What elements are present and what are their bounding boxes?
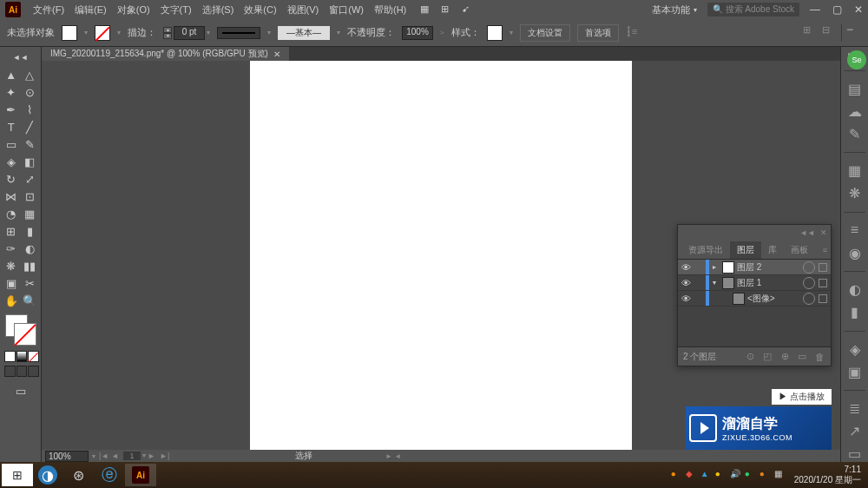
panel-close-icon[interactable]: ✕ [820, 228, 827, 237]
arrange-icon[interactable]: ⊞ [441, 3, 453, 16]
color-panel-icon[interactable]: ◉ [847, 245, 863, 260]
mesh-tool[interactable]: ⊞ [2, 222, 21, 240]
layer-select-indicator[interactable] [819, 263, 827, 272]
artboard-first[interactable]: |◄ [99, 452, 109, 460]
draw-mode-behind[interactable] [16, 366, 28, 377]
maximize-button[interactable]: ▢ [832, 3, 842, 16]
graphic-styles-panel-icon[interactable]: ▣ [847, 364, 863, 379]
artboard-prev[interactable]: ◄ [111, 452, 122, 460]
symbol-sprayer-tool[interactable]: ❋ [2, 257, 21, 274]
layer-select-indicator[interactable] [819, 279, 827, 287]
artboard-last[interactable]: ►| [160, 452, 170, 460]
layer-target-icon[interactable] [803, 261, 815, 274]
doc-setup-button[interactable]: 文档设置 [520, 24, 570, 42]
stroke-color[interactable] [14, 323, 36, 346]
menu-object[interactable]: 对象(O) [112, 3, 155, 16]
libraries-panel-icon[interactable]: ☁ [847, 103, 863, 119]
layer-row[interactable]: 👁 <图像> [678, 291, 831, 307]
tab-asset-export[interactable]: 资源导出 [681, 241, 730, 259]
layer-target-icon[interactable] [803, 277, 815, 289]
preferences-button[interactable]: 首选项 [577, 24, 619, 42]
eyedropper-tool[interactable]: ✑ [2, 240, 21, 257]
rectangle-tool[interactable]: ▭ [2, 135, 21, 153]
menu-window[interactable]: 窗口(W) [324, 3, 369, 16]
minimize-button[interactable]: — [810, 3, 820, 16]
layer-target-icon[interactable] [803, 293, 815, 305]
layer-select-indicator[interactable] [819, 294, 827, 303]
layer-name[interactable]: <图像> [747, 293, 799, 305]
menu-edit[interactable]: 编辑(E) [69, 3, 112, 16]
ctrl-icon-2[interactable]: ⊟ [822, 24, 836, 38]
close-button[interactable]: ✕ [854, 3, 863, 16]
transparency-panel-icon[interactable]: ◐ [847, 282, 863, 298]
style-swatch[interactable] [487, 25, 503, 41]
paintbrush-tool[interactable]: ✎ [21, 135, 40, 153]
layer-expand-icon[interactable]: ▾ [709, 279, 720, 287]
selection-tool[interactable]: ▲ [2, 66, 21, 83]
menu-type[interactable]: 文字(T) [155, 3, 197, 16]
free-transform-tool[interactable]: ⊡ [21, 188, 40, 205]
search-stock-input[interactable]: 🔍 搜索 Adobe Stock [707, 3, 799, 16]
asset-export-panel-icon[interactable]: ↗ [847, 424, 863, 439]
tab-artboards[interactable]: 画板 [784, 241, 815, 259]
taskbar-app-browser[interactable]: ◑ [38, 465, 57, 485]
tray-icon[interactable]: ▲ [700, 469, 713, 481]
artboards-panel-icon[interactable]: ▭ [847, 446, 863, 462]
symbols-panel-icon[interactable]: ❋ [847, 186, 863, 201]
line-tool[interactable]: ╱ [21, 118, 40, 135]
color-swatches[interactable] [2, 314, 39, 349]
brushes-panel-icon[interactable]: ✎ [847, 126, 863, 142]
layer-name[interactable]: 图层 1 [737, 277, 799, 289]
document-tab[interactable]: IMG_20200119_215634.png* @ 100% (RGB/GPU… [42, 47, 289, 61]
color-mode-solid[interactable] [4, 351, 16, 362]
layer-name[interactable]: 图层 2 [737, 261, 799, 274]
draw-mode-normal[interactable] [4, 366, 16, 377]
tray-icon[interactable]: ▦ [774, 469, 786, 481]
opacity-input[interactable]: 100% [402, 26, 433, 40]
width-tool[interactable]: ⋈ [2, 188, 21, 205]
visibility-toggle[interactable]: 👁 [678, 293, 694, 304]
artboard-tool[interactable]: ▣ [2, 274, 21, 292]
properties-panel-icon[interactable]: ▤ [847, 81, 863, 96]
color-mode-none[interactable] [28, 351, 39, 362]
visibility-toggle[interactable]: 👁 [678, 278, 694, 288]
ctrl-icon-1[interactable]: ⊞ [803, 24, 817, 38]
swatches-panel-icon[interactable]: ▦ [847, 163, 863, 179]
graph-tool[interactable]: ▮▮ [21, 257, 40, 274]
tray-clock[interactable]: 7:11 2020/1/20 星期一 [794, 465, 861, 485]
tray-icon[interactable]: ● [760, 469, 772, 481]
menu-help[interactable]: 帮助(H) [369, 3, 411, 16]
shaper-tool[interactable]: ◈ [2, 153, 21, 170]
panel-menu-icon[interactable]: ≡ [823, 246, 827, 254]
tab-layers[interactable]: 图层 [730, 241, 761, 259]
draw-mode-inside[interactable] [28, 366, 39, 377]
shape-builder-tool[interactable]: ◔ [2, 205, 21, 222]
taskbar-app-ie[interactable]: ⓔ [94, 464, 125, 486]
taskbar-app-2[interactable]: ⊛ [62, 464, 94, 486]
appearance-panel-icon[interactable]: ◈ [847, 341, 863, 357]
bridge-icon[interactable]: ▦ [420, 3, 432, 16]
lasso-tool[interactable]: ⊙ [21, 83, 40, 101]
rotate-tool[interactable]: ↻ [2, 170, 21, 188]
gradient-tool[interactable]: ▮ [21, 222, 40, 240]
ctrl-icon-3[interactable]: ━ [847, 24, 861, 38]
brush-dropdown[interactable]: — 基本 — [278, 26, 330, 40]
tray-icon[interactable]: 🔊 [730, 469, 742, 481]
tray-icon[interactable]: ● [671, 469, 683, 481]
menu-file[interactable]: 文件(F) [28, 3, 69, 16]
menu-effect[interactable]: 效果(C) [239, 3, 281, 16]
menu-select[interactable]: 选择(S) [197, 3, 240, 16]
fill-swatch[interactable] [62, 25, 77, 41]
magic-wand-tool[interactable]: ✦ [2, 83, 21, 101]
new-layer-icon[interactable]: ▭ [796, 351, 808, 362]
zoom-tool[interactable]: 🔍 [21, 292, 40, 309]
type-tool[interactable]: T [2, 118, 21, 135]
tray-icon[interactable]: ● [745, 469, 757, 481]
share-icon[interactable]: ➹ [462, 3, 474, 16]
make-clipping-mask-icon[interactable]: ◰ [761, 351, 773, 362]
artboard-next[interactable]: ► [148, 452, 158, 460]
perspective-tool[interactable]: ▦ [21, 205, 40, 222]
hand-tool[interactable]: ✋ [2, 292, 21, 309]
delete-layer-icon[interactable]: 🗑 [813, 352, 825, 362]
pen-tool[interactable]: ✒ [2, 101, 21, 118]
